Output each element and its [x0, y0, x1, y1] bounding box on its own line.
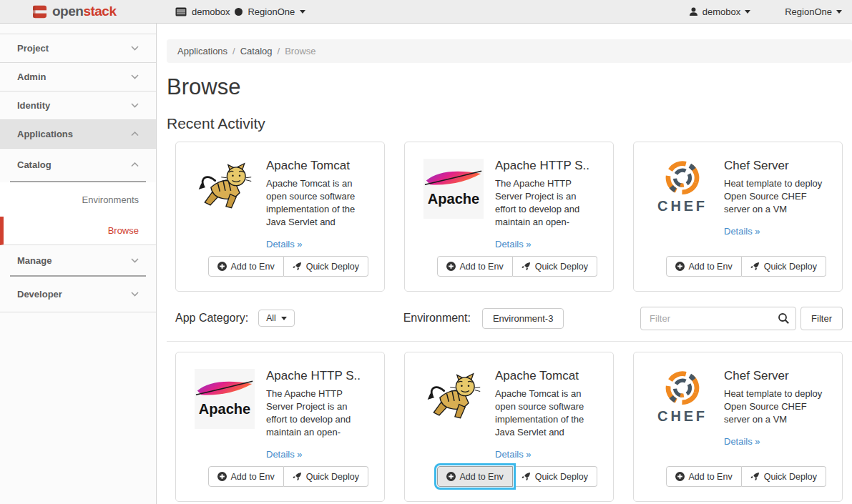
apache-logo: Apache — [195, 369, 255, 429]
tomcat-logo — [423, 369, 484, 429]
caret-down-icon — [836, 10, 842, 14]
details-link[interactable]: Details » — [266, 239, 303, 249]
add-to-env-button[interactable]: Add to Env — [437, 256, 513, 277]
recent-activity-cards: Apache Tomcat Apache Tomcat is an open s… — [175, 142, 843, 292]
chevron-up-icon — [131, 162, 139, 167]
app-category-label: App Category: — [175, 312, 248, 325]
chevron-up-icon — [131, 132, 139, 137]
card-description: Heat template to deploy Open Source CHEF… — [724, 387, 828, 426]
search-icon[interactable] — [778, 312, 790, 325]
sidebar-item-catalog[interactable]: Catalog — [0, 149, 156, 181]
chef-logo: CHEF — [652, 369, 713, 429]
openstack-brand[interactable]: openstack — [0, 4, 157, 19]
add-to-env-button-highlighted[interactable]: Add to Env — [437, 466, 513, 487]
user-menu-label: demobox — [702, 6, 740, 17]
app-card-tomcat: Apache Tomcat Apache Tomcat is an open s… — [404, 352, 614, 502]
add-to-env-button[interactable]: Add to Env — [208, 256, 284, 277]
card-description: The Apache HTTP Server Project is an eff… — [266, 387, 370, 439]
user-icon — [689, 7, 698, 16]
page-title: Browse — [167, 74, 852, 100]
chevron-down-icon — [131, 46, 139, 51]
card-actions: Add to Env Quick Deploy — [666, 466, 827, 487]
caret-down-icon — [300, 10, 305, 14]
app-category-dropdown[interactable]: All — [258, 310, 294, 327]
svg-text:Apache: Apache — [428, 191, 479, 207]
details-link[interactable]: Details » — [724, 436, 760, 447]
svg-text:CHEF: CHEF — [657, 408, 707, 424]
sidebar-item-developer[interactable]: Developer — [0, 277, 156, 312]
sidebar-item-identity[interactable]: Identity — [0, 92, 156, 120]
user-menu[interactable]: demobox — [689, 6, 750, 17]
tomcat-logo — [195, 159, 255, 219]
region-menu[interactable]: RegionOne — [785, 6, 842, 17]
sidebar-item-project[interactable]: Project — [0, 34, 156, 63]
card-description: The Apache HTTP Server Project is an eff… — [495, 177, 599, 229]
apache-logo: Apache — [423, 159, 484, 219]
sidebar-item-browse[interactable]: Browse — [0, 217, 156, 245]
card-actions: Add to Env Quick Deploy — [437, 256, 598, 277]
card-actions: Add to Env Quick Deploy — [208, 466, 369, 487]
add-to-env-button[interactable]: Add to Env — [208, 466, 284, 487]
plus-circle-icon — [446, 262, 456, 271]
card-title: Chef Server — [724, 369, 828, 383]
caret-down-icon — [281, 317, 287, 320]
card-title: Apache HTTP S.. — [495, 159, 599, 173]
sidebar-item-manage[interactable]: Manage — [0, 245, 156, 275]
filter-input-wrap — [640, 307, 796, 330]
chef-logo: CHEF — [652, 159, 713, 219]
app-card-apache-http: Apache Apache HTTP S.. The Apache HTTP S… — [404, 142, 614, 292]
breadcrumb-browse: Browse — [285, 46, 315, 56]
catalog-cards: Apache Apache HTTP S.. The Apache HTTP S… — [175, 352, 843, 502]
add-to-env-button[interactable]: Add to Env — [666, 256, 742, 277]
rocket-icon — [293, 262, 302, 271]
details-link[interactable]: Details » — [495, 449, 532, 460]
environment-label: Environment: — [403, 312, 471, 325]
filter-bar: App Category: All Environment: Environme… — [175, 306, 843, 330]
plus-circle-icon — [675, 262, 685, 271]
chevron-down-icon — [131, 103, 139, 108]
card-description: Apache Tomcat is an open source software… — [266, 177, 370, 229]
main-content: Applications / Catalog / Browse Browse R… — [157, 24, 852, 504]
rocket-icon — [293, 472, 302, 481]
project-region-switcher[interactable]: demobox RegionOne — [175, 6, 305, 17]
quick-deploy-button[interactable]: Quick Deploy — [513, 256, 597, 277]
sidebar-item-environments[interactable]: Environments — [0, 182, 156, 217]
quick-deploy-button[interactable]: Quick Deploy — [742, 466, 826, 487]
caret-down-icon — [745, 10, 750, 14]
switcher-region-label: RegionOne — [248, 6, 295, 17]
top-navbar: openstack demobox RegionOne demobox Regi… — [0, 0, 852, 24]
dot-separator-icon — [235, 8, 243, 16]
openstack-logo-icon — [32, 5, 47, 19]
card-actions: Add to Env Quick Deploy — [208, 256, 369, 277]
sidebar-item-admin[interactable]: Admin — [0, 63, 156, 92]
filter-input[interactable] — [640, 307, 796, 330]
quick-deploy-button[interactable]: Quick Deploy — [513, 466, 597, 487]
card-description: Heat template to deploy Open Source CHEF… — [724, 177, 828, 216]
quick-deploy-button[interactable]: Quick Deploy — [284, 466, 368, 487]
app-card-apache-http: Apache Apache HTTP S.. The Apache HTTP S… — [175, 352, 385, 502]
add-to-env-button[interactable]: Add to Env — [666, 466, 742, 487]
quick-deploy-button[interactable]: Quick Deploy — [284, 256, 368, 277]
svg-text:Apache: Apache — [199, 401, 250, 417]
plus-circle-icon — [217, 262, 227, 271]
sidebar-item-applications[interactable]: Applications — [0, 120, 156, 149]
plus-circle-icon — [217, 472, 227, 481]
chevron-down-icon — [131, 292, 139, 297]
card-title: Apache Tomcat — [266, 159, 370, 173]
environment-selector-button[interactable]: Environment-3 — [482, 308, 564, 329]
quick-deploy-button[interactable]: Quick Deploy — [742, 256, 826, 277]
app-card-chef: CHEF Chef Server Heat template to deploy… — [633, 352, 843, 502]
rocket-icon — [750, 472, 760, 481]
breadcrumb-applications[interactable]: Applications — [177, 46, 227, 56]
details-link[interactable]: Details » — [724, 226, 760, 237]
plus-circle-icon — [675, 472, 685, 481]
switcher-project-label: demobox — [192, 6, 230, 17]
card-title: Chef Server — [724, 159, 828, 173]
sidebar-top-strip — [0, 24, 156, 34]
filter-button[interactable]: Filter — [800, 307, 843, 330]
details-link[interactable]: Details » — [495, 239, 532, 249]
plus-circle-icon — [446, 472, 456, 481]
details-link[interactable]: Details » — [266, 449, 303, 460]
chevron-down-icon — [131, 258, 139, 263]
breadcrumb-catalog[interactable]: Catalog — [240, 46, 273, 56]
